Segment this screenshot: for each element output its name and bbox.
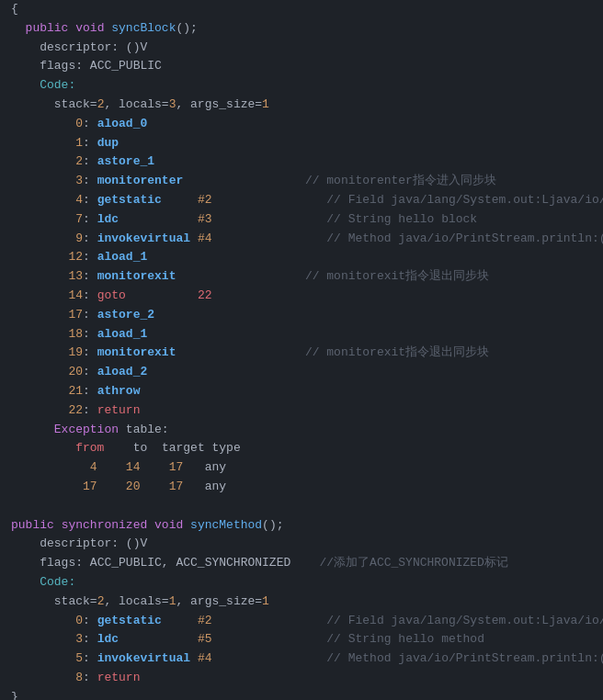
ins-astore2: astore_2 [97,308,154,322]
stack1: stack=2, locals=3, args_size=1 [54,97,269,111]
cmt-ldc1: // String hello block [326,212,477,226]
exception-table-kw: Exception [54,423,119,436]
ins-monitorexit2: monitorexit [97,345,176,359]
m-ln-8: 8 [75,671,83,684]
exc-row1-target: 17 [169,460,184,474]
m-cmt-ldc: // String hello method [326,632,484,646]
ln-2: 2 [75,154,83,168]
ln-0: 0 [75,117,83,130]
exception-table-label: table: [126,423,169,436]
ln-3: 3 [75,174,83,187]
m-ins-ldc: ldc [97,632,119,646]
ln-1: 1 [75,136,83,150]
flags2: flags: ACC_PUBLIC, ACC_SYNCHRONIZED [40,556,290,570]
exc-row2-to: 20 [126,480,141,493]
ins-return1: return [97,403,141,417]
ln-13: 13 [68,269,83,283]
goto-target: 22 [198,288,212,302]
cmt-monitorenter: // monitorenter指令进入同步块 [305,174,496,187]
ins-astore1: astore_1 [97,154,154,168]
method-syncblock: syncBlock [111,21,176,35]
ln-22: 22 [68,403,83,417]
ln-21: 21 [68,384,83,398]
ln-17: 17 [68,308,83,322]
ln-14: 14 [68,288,83,302]
ins-monitorenter: monitorenter [97,174,184,187]
ins-goto: goto [97,288,126,302]
ln-18: 18 [68,327,83,341]
m-ins-getstatic: getstatic [97,614,162,627]
m-ln-3: 3 [75,632,83,646]
ins-dup: dup [97,136,119,150]
m-ins-return: return [97,671,141,684]
method-syncmethod: syncMethod [190,518,262,532]
cmt-monitorexit1: // monitorexit指令退出同步块 [305,269,489,283]
ins-aload1b: aload_1 [97,327,148,341]
ln-9: 9 [75,231,83,245]
exc-row1-from: 4 [90,460,97,474]
exc-row1-type: any [205,460,226,474]
descriptor1: descriptor: ()V [40,40,147,54]
code1: Code: [40,78,75,92]
kw-public1: public [26,21,69,35]
ln-7: 7 [75,212,83,226]
cmt-acc-sync: //添加了ACC_SYNCHRONIZED标记 [319,556,507,570]
m-ln-0: 0 [75,614,83,627]
ins-aload0: aload_0 [97,117,148,130]
cmt-monitorexit2: // monitorexit指令退出同步块 [305,345,489,359]
code-container: { public void syncBlock(); descriptor: (… [0,0,603,700]
kw-public2: public [11,518,54,532]
ins-aload2: aload_2 [97,365,148,378]
kw-void2: void [154,518,183,532]
kw-synchronized: synchronized [62,518,148,532]
from-kw: from [75,441,104,455]
ln-20: 20 [68,365,83,378]
exc-row2-target: 17 [169,480,184,493]
ln-4: 4 [75,193,83,207]
ins-ldc1: ldc [97,212,119,226]
m-ln-5: 5 [75,651,83,665]
m-cmt-getstatic: // Field java/lang/System.out:Ljava/io/ [326,614,603,627]
ln-12: 12 [68,250,83,264]
ins-invokevirtual1: invokevirtual [97,231,190,245]
code2: Code: [40,575,75,589]
target-kw: target [162,441,205,455]
code-content: { public void syncBlock(); descriptor: (… [0,0,603,700]
descriptor2: descriptor: ()V [40,536,147,550]
ln-19: 19 [68,345,83,359]
open-brace: { [11,2,18,16]
ins-monitorexit1: monitorexit [97,269,176,283]
ins-aload1: aload_1 [97,250,148,264]
m-ins-invokevirtual: invokevirtual [97,651,190,665]
stack2: stack=2, locals=1, args_size=1 [54,594,269,608]
cmt-invoke1: // Method java/io/PrintStream.println:( [326,231,603,245]
exc-row2-type: any [205,480,226,493]
to-kw: to [133,441,148,455]
flags1: flags: ACC_PUBLIC [40,59,162,73]
close-brace: } [11,690,18,700]
exc-row2-from: 17 [83,480,97,493]
ins-getstatic1: getstatic [97,193,162,207]
type-kw: type [212,441,241,455]
m-cmt-invoke: // Method java/io/PrintStream.println:( [326,651,603,665]
kw-void1: void [75,21,104,35]
cmt-getstatic1: // Field java/lang/System.out:Ljava/io/ [326,193,603,207]
ins-athrow: athrow [97,384,141,398]
exc-row1-to: 14 [126,460,141,474]
